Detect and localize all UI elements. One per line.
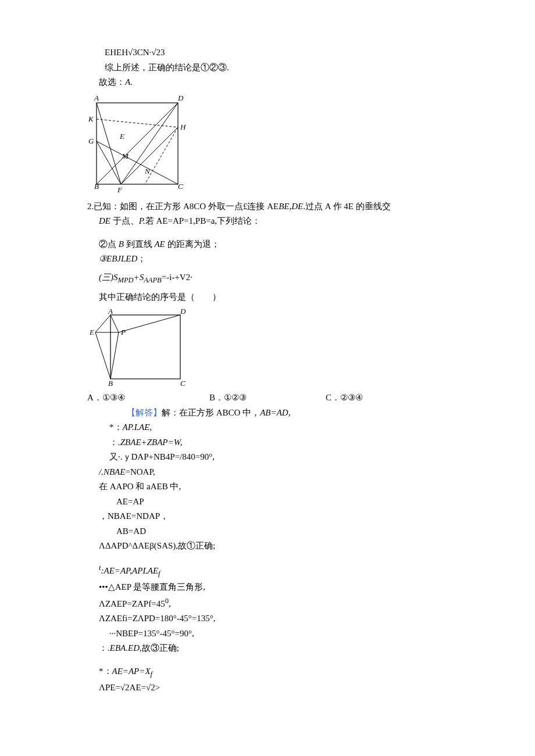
sol-line-1: 【解答】解：在正方形 ABCO 中，AB=AD, [127, 406, 465, 421]
q2c4-d: A [144, 276, 148, 284]
q2c3-a: ③ [99, 254, 106, 263]
q2c2-a: ②点 [99, 239, 119, 249]
answer-label: 【解答】 [127, 408, 162, 417]
sol-line-16: ：.EBA.ED,故③正确; [99, 641, 465, 656]
figure-2: A D E P B C [87, 307, 465, 388]
q2-stem-1a: 2.已知：如图，在正方形 A8CO 外取一点£连接 AE [87, 202, 279, 211]
sol-5b: =NOAP, [125, 467, 155, 476]
sol-line-8: ，NBAE=NDAP， [99, 509, 465, 524]
sol-line-4: 又·.ｙDAP+NB4P=/840=90°, [109, 450, 465, 465]
svg-line-24 [110, 315, 119, 332]
therefore-answer: A. [125, 77, 133, 87]
q2-ask: 其中正确结论的序号是（ ） [99, 290, 465, 305]
q2-stem-2p: P. [139, 216, 145, 225]
blank-2 [87, 554, 465, 562]
svg-text:M: M [122, 152, 129, 160]
svg-text:N: N [144, 167, 151, 175]
sol-line-9: AB=AD [116, 524, 465, 539]
svg-text:F: F [117, 185, 123, 194]
sol-line-2: *：AP.LAE, [109, 420, 465, 435]
sol-2b: AP.LAE, [123, 422, 152, 432]
sol-11b: :AE=AP,APLAE [101, 566, 158, 575]
choice-a: A．①③④ [87, 390, 209, 406]
sol-line-10: ΛΔAPD^ΔAEβ(SAS),故①正确; [99, 539, 465, 554]
svg-text:P: P [120, 328, 126, 336]
sol-line-14: ΛZAEfi=ZΛPD=180°-45°=135°, [99, 611, 465, 626]
sol-line-15: ···NBEP=135°-45°=90°, [109, 626, 465, 642]
q2c4-a: (三)S [99, 273, 118, 282]
sol-line-5: /.NBAE=NOAP, [99, 465, 465, 480]
svg-text:D: D [180, 307, 186, 316]
svg-line-5 [121, 127, 178, 184]
q2-stem-2mid: 于点、 [113, 216, 139, 225]
q2c2-c: 到直线 [124, 239, 155, 249]
sol-line-11: t:AE=AP,APLAEf [99, 562, 465, 580]
choice-a-text: ①③④ [102, 390, 125, 406]
sol-3a: ： [109, 438, 118, 447]
q2-cond-4: (三)SMPD+SAAPB=-i-+V2· [99, 270, 465, 286]
choice-c: C．②③④ [326, 390, 363, 406]
q2c2-b: B [119, 239, 124, 249]
figure-1: A D B C K H G E M N F [85, 92, 465, 197]
sol-11c: f [158, 569, 160, 578]
sol-3b: .ZBAE+ZBAP=W, [118, 438, 183, 447]
svg-line-22 [95, 315, 110, 332]
sol-2a: *： [109, 422, 123, 432]
sol-line-13: ΛZAEP=ZAPf=450, [99, 595, 465, 612]
sol-17b: AE=AP=X [112, 667, 151, 676]
figure-1-svg: A D B C K H G E M N F [85, 92, 190, 197]
q2-stem-1b: BE,DE [279, 202, 303, 211]
q2c4-c: +S [134, 273, 144, 282]
figure-2-svg: A D E P B C [87, 307, 198, 388]
q2-stem-line1: 2.已知：如图，在正方形 A8CO 外取一点£连接 AEBE,DE.过点 A 作… [87, 199, 465, 214]
choice-c-label: C． [326, 390, 340, 406]
sol-13c: , [169, 599, 171, 608]
svg-text:C: C [180, 379, 186, 388]
q2c2-d: AE [154, 239, 165, 249]
svg-text:B: B [108, 379, 113, 388]
sol-16a: ： [99, 643, 108, 653]
sol-17c: f [151, 670, 152, 678]
choice-b: B．①②③ [209, 390, 326, 406]
svg-text:G: G [88, 137, 94, 145]
q2-stem-2a: DE [99, 216, 113, 225]
q2c3-b: EBJLED [106, 254, 137, 263]
q2c4-b: MPD [118, 276, 134, 284]
svg-text:D: D [177, 94, 184, 102]
q2-cond-3: ③EBJLED； [99, 252, 465, 267]
choices-row: A．①③④ B．①②③ C．②③④ [87, 390, 465, 406]
svg-text:A: A [108, 307, 113, 316]
sol-13a: ΛZAEP=ZAPf=45 [99, 599, 165, 608]
choice-b-text: ①②③ [224, 390, 247, 406]
choice-a-label: A． [87, 390, 102, 406]
svg-text:E: E [119, 132, 124, 141]
q2-cond-2: ②点 B 到直线 AE 的距离为退； [99, 237, 465, 252]
svg-text:E: E [89, 328, 94, 336]
svg-line-26 [119, 315, 180, 332]
sol-16b: .EBA.ED, [108, 643, 142, 653]
sol-16c: 故③正确; [142, 643, 179, 653]
choice-b-label: B． [209, 390, 224, 406]
svg-line-25 [110, 332, 119, 379]
svg-text:H: H [180, 123, 186, 131]
choice-c-text: ②③④ [340, 390, 363, 406]
sol-line-12: •••△AEP 是等腰直角三角形, [99, 580, 465, 595]
sol-line-7: AE=AP [116, 495, 465, 510]
q2-stem-line2: DE 于点、P.若 AE=AP=1,PB=a,下列结论： [99, 214, 465, 229]
line-therefore: 故选：A. [99, 75, 465, 90]
sol-line-3: ：.ZBAE+ZBAP=W, [109, 435, 465, 450]
svg-line-23 [95, 332, 110, 379]
q2c2-e: 的距离为退； [165, 239, 220, 249]
line-summary: 综上所述，正确的结论是①②③. [105, 60, 465, 76]
sol-17a: *： [99, 667, 112, 676]
sol-1a: 解：在正方形 ABCO 中， [162, 408, 260, 417]
svg-text:B: B [94, 182, 99, 191]
q2c3-c: ； [137, 254, 146, 263]
sol-line-6: 在 AAPO 和 aAEB 中, [99, 479, 465, 495]
q2c4-f: =-i-+V2· [162, 273, 192, 282]
blank-1 [99, 229, 465, 237]
sol-5a: /.NBAE [99, 467, 125, 476]
svg-text:A: A [94, 94, 99, 102]
blank-3 [87, 656, 465, 664]
q2c4-e: APB [148, 276, 162, 284]
